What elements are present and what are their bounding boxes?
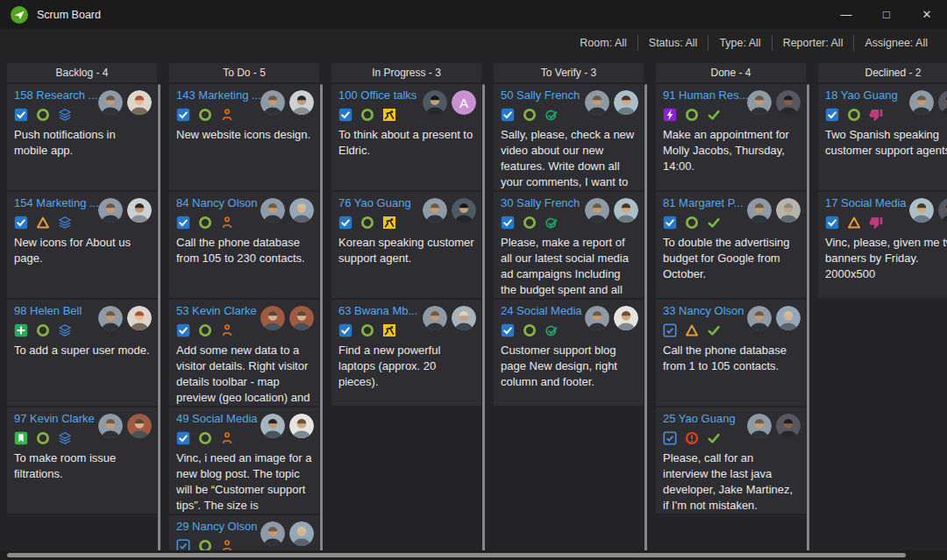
card-title[interactable]: 63 Bwana Mb... <box>338 303 424 318</box>
vertical-scrollbar[interactable] <box>807 84 809 555</box>
card[interactable]: 25 Yao GuangPlease, call for an intervie… <box>656 408 806 514</box>
card-title[interactable]: 154 Marketing ... <box>14 195 100 210</box>
card[interactable]: 49 Social MediaVinc, i need an image for… <box>169 408 319 514</box>
card-avatars <box>98 198 152 223</box>
task-icon <box>501 323 515 337</box>
card-title[interactable]: 97 Kevin Clarke <box>14 411 100 426</box>
minimize-button[interactable]: — <box>826 0 866 29</box>
avatar <box>127 306 152 330</box>
card[interactable]: 81 Margaret P...To double the advertisin… <box>656 192 806 298</box>
card[interactable]: 154 Marketing ...New icons for About us … <box>7 192 157 298</box>
card[interactable]: 100 Office talksATo think about a presen… <box>331 84 481 190</box>
vertical-scrollbar[interactable] <box>644 84 647 555</box>
card[interactable]: 143 Marketing ...New website icons desig… <box>169 84 319 190</box>
card-title[interactable]: 76 Yao Guang <box>338 195 424 210</box>
plus-icon <box>14 323 28 337</box>
card-avatars <box>909 90 947 115</box>
card-title[interactable]: 18 Yao Guang <box>825 88 911 103</box>
card-title[interactable]: 143 Marketing ... <box>176 88 262 103</box>
avatar <box>127 198 152 223</box>
avatar <box>423 90 447 115</box>
card[interactable]: 17 Social MediaVinc, please, given me tw… <box>818 192 947 298</box>
card-title[interactable]: 91 Human Res... <box>663 88 749 103</box>
task-icon <box>176 431 190 445</box>
card-text: New icons for About us page. <box>14 235 150 266</box>
avatar <box>776 90 801 115</box>
filter-assignee[interactable]: Assignee: All <box>853 35 938 51</box>
card[interactable]: 91 Human Res...Make an appointment for M… <box>656 84 806 190</box>
avatar <box>747 90 772 115</box>
ring-icon <box>360 323 374 337</box>
card-title[interactable]: 17 Social Media <box>825 195 911 210</box>
card-title[interactable]: 29 Nancy Olson <box>176 519 262 534</box>
avatar <box>776 198 801 223</box>
card[interactable]: 76 Yao GuangKorean speaking customer sup… <box>331 192 481 298</box>
avatar <box>938 198 947 223</box>
card[interactable]: 30 Sally FrenchPlease, make a report of … <box>494 192 644 298</box>
ring-icon <box>198 323 212 337</box>
card-title[interactable]: 98 Helen Bell <box>14 303 100 318</box>
board-column: Done - 491 Human Res...Make an appointme… <box>656 63 809 560</box>
card[interactable]: 63 Bwana Mb...Find a new powerful laptop… <box>331 300 481 406</box>
task-icon <box>14 108 28 122</box>
card-avatars <box>585 90 638 115</box>
filter-reporter[interactable]: Reporter: All <box>772 35 854 51</box>
card-title[interactable]: 81 Margaret P... <box>663 195 749 210</box>
bolt-icon <box>663 108 677 122</box>
card-title[interactable]: 100 Office talks <box>338 88 424 103</box>
card-text: Push notifications in mobile app. <box>14 127 150 159</box>
card[interactable]: 53 Kevin ClarkeAdd some new data to a vi… <box>169 300 319 406</box>
horizontal-scrollbar-thumb[interactable] <box>7 553 906 557</box>
ring-icon <box>360 108 374 122</box>
vertical-scrollbar[interactable] <box>320 84 323 555</box>
card-avatars <box>909 198 947 223</box>
avatar <box>260 414 285 438</box>
card-title[interactable]: 25 Yao Guang <box>663 411 749 426</box>
filter-type[interactable]: Type: All <box>708 35 771 51</box>
card-title[interactable]: 50 Sally French <box>501 88 587 103</box>
close-button[interactable]: ✕ <box>907 0 947 29</box>
card[interactable]: 84 Nancy OlsonCall the phone database fr… <box>169 192 319 298</box>
task-icon <box>338 108 352 122</box>
maximize-button[interactable]: □ <box>866 0 907 29</box>
card-title[interactable]: 84 Nancy Olson <box>176 195 262 210</box>
avatar <box>98 198 123 223</box>
filter-status[interactable]: Status: All <box>637 35 708 51</box>
vertical-scrollbar[interactable] <box>482 84 485 555</box>
card-title[interactable]: 53 Kevin Clarke <box>176 303 262 318</box>
task-icon <box>338 323 352 337</box>
ring-icon <box>523 108 537 122</box>
card-avatars <box>747 198 801 223</box>
card[interactable]: 33 Nancy OlsonCall the phone database fr… <box>656 300 806 406</box>
person-icon <box>220 323 234 337</box>
column-header: Declined - 2 <box>818 63 947 82</box>
card-title[interactable]: 158 Research ... <box>14 88 100 103</box>
avatar <box>614 90 638 115</box>
card-avatars <box>260 306 314 330</box>
card[interactable]: 97 Kevin ClarkeTo make room issue filtra… <box>7 408 157 514</box>
column-cards: 143 Marketing ...New website icons desig… <box>169 84 319 560</box>
avatar <box>776 306 801 330</box>
avatar <box>747 306 772 330</box>
verify-icon <box>545 216 559 230</box>
avatar <box>909 90 934 115</box>
avatar <box>452 306 476 330</box>
card-text: Call the phone database from 1 to 105 co… <box>663 343 799 374</box>
vertical-scrollbar[interactable] <box>158 84 160 555</box>
card-title[interactable]: 49 Social Media <box>176 411 262 426</box>
card-avatars <box>747 306 801 330</box>
card[interactable]: 18 Yao GuangTwo Spanish speaking custome… <box>818 84 947 190</box>
avatar <box>98 414 123 438</box>
card-title[interactable]: 33 Nancy Olson <box>663 303 749 318</box>
card[interactable]: 98 Helen BellTo add a super user mode. <box>7 300 157 406</box>
card-title[interactable]: 30 Sally French <box>501 195 587 210</box>
ring-icon <box>36 431 50 445</box>
ring-icon <box>198 108 212 122</box>
card[interactable]: 158 Research ...Push notifications in mo… <box>7 84 157 190</box>
card[interactable]: 24 Social MediaCustomer support blog pag… <box>494 300 644 406</box>
filter-room[interactable]: Room: All <box>569 35 637 51</box>
avatar <box>938 90 947 115</box>
horizontal-scrollbar[interactable] <box>0 550 947 560</box>
card-title[interactable]: 24 Social Media <box>501 303 587 318</box>
card[interactable]: 50 Sally FrenchSally, please, check a ne… <box>494 84 644 190</box>
